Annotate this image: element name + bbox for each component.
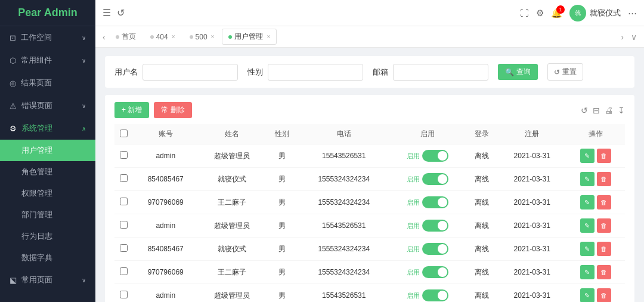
- row-checkbox[interactable]: [120, 198, 128, 205]
- row-checkbox[interactable]: [120, 221, 128, 229]
- tab-right-controls: › ∨: [618, 32, 639, 42]
- chevron-up-icon: ∧: [82, 125, 86, 132]
- edit-button[interactable]: ✎: [580, 172, 595, 186]
- cell-reg-date: 2021-03-31: [499, 214, 566, 238]
- tab-close-icon[interactable]: ×: [267, 33, 270, 40]
- edit-button[interactable]: ✎: [580, 288, 595, 302]
- sidebar-item-dept-mgmt[interactable]: 部门管理: [0, 204, 95, 226]
- tab-nav-left[interactable]: ‹: [100, 32, 108, 42]
- delete-row-button[interactable]: 🗑: [597, 149, 611, 163]
- enabled-toggle[interactable]: [422, 266, 448, 278]
- edit-button[interactable]: ✎: [580, 195, 595, 209]
- row-checkbox[interactable]: [120, 244, 128, 252]
- sidebar-item-action-log[interactable]: 行为日志: [0, 226, 95, 247]
- cell-gender: 男: [265, 144, 299, 168]
- username-input[interactable]: [143, 64, 238, 81]
- enabled-label: 启用: [407, 291, 420, 300]
- cell-actions: ✎ 🗑: [566, 238, 625, 261]
- enabled-toggle[interactable]: [422, 289, 448, 301]
- table-row: admin 超级管理员 男 15543526531 启用 离线 2021-03-…: [114, 284, 625, 303]
- notification-badge: 1: [556, 5, 565, 14]
- user-avatar-btn[interactable]: 就 就寝仪式: [569, 5, 621, 21]
- enabled-toggle[interactable]: [422, 243, 448, 255]
- filter-email: 邮箱: [373, 64, 488, 81]
- tab-dot: [190, 35, 193, 39]
- sidebar-item-user-mgmt[interactable]: 用户管理: [0, 140, 95, 161]
- cell-account: 854085467: [132, 168, 199, 191]
- cell-gender: 男: [265, 284, 299, 303]
- sidebar-item-error[interactable]: ⚠ 错误页面 ∨: [0, 94, 95, 117]
- sidebar-item-components[interactable]: ⬡ 常用组件 ∨: [0, 49, 95, 72]
- delete-row-button[interactable]: 🗑: [597, 172, 611, 186]
- column-settings-icon[interactable]: ⊟: [593, 106, 600, 115]
- sidebar-item-label: 结果页面: [21, 78, 52, 88]
- sidebar-item-label: 工作空间: [21, 32, 52, 43]
- refresh-table-icon[interactable]: ↺: [581, 106, 588, 115]
- sidebar-item-workspace[interactable]: ⊡ 工作空间 ∨: [0, 26, 95, 49]
- menu-icon[interactable]: ☰: [103, 7, 111, 19]
- tab-nav-right[interactable]: ›: [618, 32, 626, 42]
- bell-icon[interactable]: 🔔 1: [551, 8, 562, 19]
- chevron-down-icon: ∨: [82, 103, 86, 109]
- row-checkbox[interactable]: [120, 174, 128, 182]
- enabled-toggle[interactable]: [422, 196, 448, 208]
- sidebar-item-result[interactable]: ◎ 结果页面: [0, 72, 95, 94]
- sidebar-item-common-pages[interactable]: ⬕ 常用页面 ∨: [0, 269, 95, 291]
- tabbar: ‹ 首页 404 × 500 × 用户管理 × › ∨: [95, 26, 644, 48]
- cell-name: 超级管理员: [199, 284, 265, 303]
- edit-button[interactable]: ✎: [580, 218, 595, 233]
- row-checkbox[interactable]: [120, 151, 128, 159]
- email-input[interactable]: [393, 64, 488, 81]
- tab-500[interactable]: 500 ×: [183, 30, 221, 44]
- edit-button[interactable]: ✎: [580, 265, 595, 279]
- query-button[interactable]: 🔍 查询: [498, 64, 538, 80]
- cell-actions: ✎ 🗑: [566, 191, 625, 214]
- table-row: 970796069 王二麻子 男 1555324324234 启用 离线 202…: [114, 191, 625, 214]
- tab-404[interactable]: 404 ×: [144, 30, 182, 44]
- delete-row-button[interactable]: 🗑: [597, 265, 611, 279]
- sidebar-item-system[interactable]: ⚙ 系统管理 ∧: [0, 117, 95, 140]
- export-icon[interactable]: ↧: [618, 106, 625, 115]
- edit-button[interactable]: ✎: [580, 242, 595, 256]
- settings-icon[interactable]: ⚙: [536, 8, 544, 19]
- tab-user-mgmt[interactable]: 用户管理 ×: [222, 29, 277, 45]
- sidebar-item-role-mgmt[interactable]: 角色管理: [0, 161, 95, 183]
- enabled-toggle[interactable]: [422, 150, 448, 162]
- cell-name: 王二麻子: [199, 261, 265, 284]
- filter-username-label: 用户名: [114, 67, 138, 78]
- delete-row-button[interactable]: 🗑: [597, 218, 611, 233]
- tab-home[interactable]: 首页: [109, 29, 143, 45]
- sidebar-item-data-dict[interactable]: 数据字典: [0, 247, 95, 269]
- delete-row-button[interactable]: 🗑: [597, 242, 611, 256]
- print-icon[interactable]: 🖨: [605, 106, 613, 115]
- cell-enabled: 启用: [389, 168, 465, 191]
- delete-row-button[interactable]: 🗑: [597, 288, 611, 302]
- gender-input[interactable]: [268, 64, 363, 81]
- username-text: 就寝仪式: [590, 8, 621, 19]
- topbar: ☰ ↺ ⛶ ⚙ 🔔 1 就 就寝仪式 ⋯: [95, 0, 644, 26]
- cell-enabled: 启用: [389, 214, 465, 238]
- tab-close-icon[interactable]: ×: [211, 33, 215, 40]
- enabled-toggle[interactable]: [422, 173, 448, 185]
- main-content: ☰ ↺ ⛶ ⚙ 🔔 1 就 就寝仪式 ⋯ ‹ 首页 404 ×: [95, 0, 644, 302]
- enabled-toggle[interactable]: [422, 220, 448, 232]
- sidebar-item-perm-mgmt[interactable]: 权限管理: [0, 183, 95, 204]
- topbar-right: ⛶ ⚙ 🔔 1 就 就寝仪式 ⋯: [520, 5, 637, 21]
- tab-dot: [150, 35, 154, 39]
- tab-dot: [116, 35, 119, 39]
- row-checkbox[interactable]: [120, 291, 128, 298]
- refresh-icon[interactable]: ↺: [117, 7, 125, 19]
- row-checkbox[interactable]: [120, 267, 128, 275]
- tab-nav-chevron[interactable]: ∨: [628, 32, 639, 42]
- expand-icon[interactable]: ⛶: [520, 8, 529, 18]
- reset-button[interactable]: ↺ 重置: [547, 63, 583, 81]
- tab-close-icon[interactable]: ×: [172, 33, 175, 40]
- select-all-checkbox[interactable]: [120, 130, 128, 137]
- cell-phone: 1555324324234: [298, 168, 389, 191]
- more-icon[interactable]: ⋯: [628, 8, 637, 19]
- delete-row-button[interactable]: 🗑: [597, 195, 611, 209]
- add-button[interactable]: + 新增: [114, 102, 149, 118]
- batch-delete-button[interactable]: 常 删除: [154, 102, 191, 118]
- edit-button[interactable]: ✎: [580, 149, 595, 163]
- cell-login: 离线: [465, 261, 499, 284]
